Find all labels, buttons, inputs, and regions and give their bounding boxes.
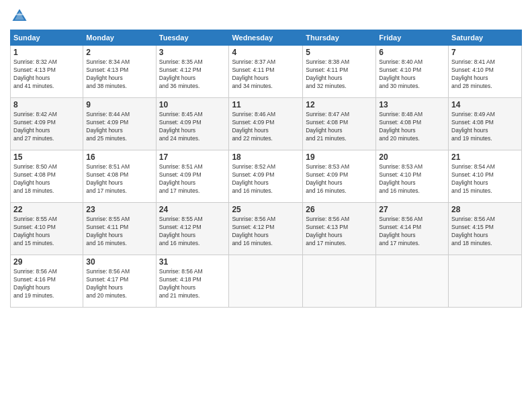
day-info: Sunrise: 8:54 AMSunset: 4:10 PMDaylight … xyxy=(451,163,495,194)
day-number: 11 xyxy=(232,100,300,109)
day-info: Sunrise: 8:40 AMSunset: 4:10 PMDaylight … xyxy=(379,58,423,89)
day-info: Sunrise: 8:56 AMSunset: 4:16 PMDaylight … xyxy=(13,268,57,299)
day-number: 9 xyxy=(86,100,152,109)
week-row-4: 22 Sunrise: 8:55 AMSunset: 4:10 PMDaylig… xyxy=(11,203,522,255)
day-cell: 7 Sunrise: 8:41 AMSunset: 4:10 PMDayligh… xyxy=(449,46,522,98)
day-number: 30 xyxy=(86,257,152,267)
day-info: Sunrise: 8:55 AMSunset: 4:12 PMDaylight … xyxy=(159,216,203,246)
day-number: 27 xyxy=(379,205,445,214)
col-header-friday: Friday xyxy=(376,30,449,46)
week-row-3: 15 Sunrise: 8:50 AMSunset: 4:08 PMDaylig… xyxy=(11,150,522,203)
day-cell: 3 Sunrise: 8:35 AMSunset: 4:12 PMDayligh… xyxy=(156,46,229,98)
day-cell: 11 Sunrise: 8:46 AMSunset: 4:09 PMDaylig… xyxy=(229,98,303,150)
svg-rect-2 xyxy=(15,14,23,15)
day-cell: 23 Sunrise: 8:55 AMSunset: 4:11 PMDaylig… xyxy=(83,203,156,255)
day-info: Sunrise: 8:49 AMSunset: 4:08 PMDaylight … xyxy=(451,111,495,142)
day-number: 8 xyxy=(13,100,80,109)
day-info: Sunrise: 8:52 AMSunset: 4:09 PMDaylight … xyxy=(232,163,275,194)
week-row-2: 8 Sunrise: 8:42 AMSunset: 4:09 PMDayligh… xyxy=(11,98,522,150)
day-number: 21 xyxy=(451,152,519,162)
day-number: 16 xyxy=(86,152,152,162)
day-cell: 13 Sunrise: 8:48 AMSunset: 4:08 PMDaylig… xyxy=(376,98,449,150)
day-number: 1 xyxy=(13,48,80,57)
day-number: 6 xyxy=(379,48,445,57)
day-cell: 9 Sunrise: 8:44 AMSunset: 4:09 PMDayligh… xyxy=(83,98,156,150)
day-info: Sunrise: 8:41 AMSunset: 4:10 PMDaylight … xyxy=(451,58,495,89)
day-info: Sunrise: 8:53 AMSunset: 4:09 PMDaylight … xyxy=(306,163,349,194)
day-cell: 24 Sunrise: 8:55 AMSunset: 4:12 PMDaylig… xyxy=(156,203,229,255)
day-number: 4 xyxy=(232,48,300,57)
day-number: 28 xyxy=(451,205,519,214)
col-header-monday: Monday xyxy=(83,30,156,46)
day-cell xyxy=(229,255,303,308)
day-cell: 5 Sunrise: 8:38 AMSunset: 4:11 PMDayligh… xyxy=(303,46,376,98)
day-number: 26 xyxy=(306,205,373,214)
calendar-header-row: SundayMondayTuesdayWednesdayThursdayFrid… xyxy=(11,30,522,46)
col-header-saturday: Saturday xyxy=(449,30,522,46)
day-number: 2 xyxy=(86,48,152,57)
day-info: Sunrise: 8:48 AMSunset: 4:08 PMDaylight … xyxy=(379,111,423,142)
day-info: Sunrise: 8:56 AMSunset: 4:14 PMDaylight … xyxy=(379,216,423,246)
day-cell xyxy=(303,255,376,308)
day-cell: 18 Sunrise: 8:52 AMSunset: 4:09 PMDaylig… xyxy=(229,150,303,203)
day-cell: 27 Sunrise: 8:56 AMSunset: 4:14 PMDaylig… xyxy=(376,203,449,255)
logo-icon xyxy=(10,7,29,26)
day-info: Sunrise: 8:56 AMSunset: 4:12 PMDaylight … xyxy=(232,216,275,246)
day-number: 15 xyxy=(13,152,80,162)
day-info: Sunrise: 8:56 AMSunset: 4:17 PMDaylight … xyxy=(86,268,130,299)
day-cell: 20 Sunrise: 8:53 AMSunset: 4:10 PMDaylig… xyxy=(376,150,449,203)
col-header-wednesday: Wednesday xyxy=(229,30,303,46)
day-cell: 29 Sunrise: 8:56 AMSunset: 4:16 PMDaylig… xyxy=(11,255,83,308)
day-number: 19 xyxy=(306,152,373,162)
day-cell: 8 Sunrise: 8:42 AMSunset: 4:09 PMDayligh… xyxy=(11,98,83,150)
day-cell: 15 Sunrise: 8:50 AMSunset: 4:08 PMDaylig… xyxy=(11,150,83,203)
day-info: Sunrise: 8:53 AMSunset: 4:10 PMDaylight … xyxy=(379,163,423,194)
day-cell xyxy=(376,255,449,308)
day-info: Sunrise: 8:44 AMSunset: 4:09 PMDaylight … xyxy=(86,111,130,142)
day-number: 23 xyxy=(86,205,152,214)
day-cell: 1 Sunrise: 8:32 AMSunset: 4:13 PMDayligh… xyxy=(11,46,83,98)
day-cell: 10 Sunrise: 8:45 AMSunset: 4:09 PMDaylig… xyxy=(156,98,229,150)
day-info: Sunrise: 8:51 AMSunset: 4:09 PMDaylight … xyxy=(159,163,203,194)
day-info: Sunrise: 8:56 AMSunset: 4:18 PMDaylight … xyxy=(159,268,203,299)
day-info: Sunrise: 8:50 AMSunset: 4:08 PMDaylight … xyxy=(13,163,57,194)
day-cell: 4 Sunrise: 8:37 AMSunset: 4:11 PMDayligh… xyxy=(229,46,303,98)
day-number: 7 xyxy=(451,48,519,57)
day-cell: 2 Sunrise: 8:34 AMSunset: 4:13 PMDayligh… xyxy=(83,46,156,98)
logo xyxy=(10,7,32,26)
day-cell: 12 Sunrise: 8:47 AMSunset: 4:08 PMDaylig… xyxy=(303,98,376,150)
day-cell: 17 Sunrise: 8:51 AMSunset: 4:09 PMDaylig… xyxy=(156,150,229,203)
day-cell: 21 Sunrise: 8:54 AMSunset: 4:10 PMDaylig… xyxy=(449,150,522,203)
day-info: Sunrise: 8:38 AMSunset: 4:11 PMDaylight … xyxy=(306,58,349,89)
day-number: 3 xyxy=(159,48,226,57)
day-number: 5 xyxy=(306,48,373,57)
day-info: Sunrise: 8:55 AMSunset: 4:10 PMDaylight … xyxy=(13,216,57,246)
col-header-sunday: Sunday xyxy=(11,30,83,46)
day-info: Sunrise: 8:47 AMSunset: 4:08 PMDaylight … xyxy=(306,111,349,142)
day-info: Sunrise: 8:46 AMSunset: 4:09 PMDaylight … xyxy=(232,111,275,142)
day-number: 25 xyxy=(232,205,300,214)
day-number: 18 xyxy=(232,152,300,162)
day-cell: 30 Sunrise: 8:56 AMSunset: 4:17 PMDaylig… xyxy=(83,255,156,308)
calendar-table: SundayMondayTuesdayWednesdayThursdayFrid… xyxy=(10,30,522,308)
header xyxy=(10,7,522,26)
day-number: 14 xyxy=(451,100,519,109)
col-header-thursday: Thursday xyxy=(303,30,376,46)
col-header-tuesday: Tuesday xyxy=(156,30,229,46)
day-info: Sunrise: 8:35 AMSunset: 4:12 PMDaylight … xyxy=(159,58,203,89)
day-cell xyxy=(449,255,522,308)
day-info: Sunrise: 8:42 AMSunset: 4:09 PMDaylight … xyxy=(13,111,57,142)
day-cell: 31 Sunrise: 8:56 AMSunset: 4:18 PMDaylig… xyxy=(156,255,229,308)
day-number: 17 xyxy=(159,152,226,162)
day-cell: 19 Sunrise: 8:53 AMSunset: 4:09 PMDaylig… xyxy=(303,150,376,203)
day-cell: 28 Sunrise: 8:56 AMSunset: 4:15 PMDaylig… xyxy=(449,203,522,255)
page: SundayMondayTuesdayWednesdayThursdayFrid… xyxy=(0,0,532,411)
day-info: Sunrise: 8:32 AMSunset: 4:13 PMDaylight … xyxy=(13,58,57,89)
day-number: 31 xyxy=(159,257,226,267)
day-info: Sunrise: 8:34 AMSunset: 4:13 PMDaylight … xyxy=(86,58,130,89)
day-cell: 14 Sunrise: 8:49 AMSunset: 4:08 PMDaylig… xyxy=(449,98,522,150)
day-number: 13 xyxy=(379,100,445,109)
day-info: Sunrise: 8:37 AMSunset: 4:11 PMDaylight … xyxy=(232,58,275,89)
day-number: 10 xyxy=(159,100,226,109)
day-info: Sunrise: 8:56 AMSunset: 4:15 PMDaylight … xyxy=(451,216,495,246)
